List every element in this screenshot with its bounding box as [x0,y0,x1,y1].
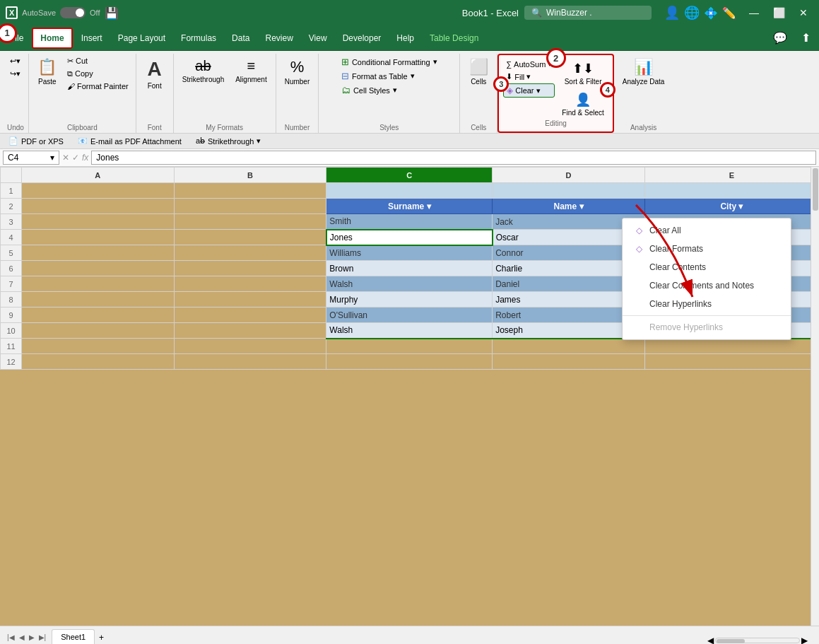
cell-a2[interactable] [22,199,175,214]
cell-a5[interactable] [22,245,175,261]
cell-c7[interactable]: Walsh [326,276,493,292]
cell-a4[interactable] [22,230,175,245]
sheet-tab-1[interactable]: Sheet1 [52,629,95,644]
cell-a1[interactable] [22,183,175,199]
cell-a11[interactable] [22,339,175,354]
cell-e1[interactable] [644,183,818,199]
menu-review[interactable]: Review [258,29,300,47]
tab-next-btn[interactable]: ▶ [28,632,36,643]
cell-c8[interactable]: Murphy [326,292,493,308]
tab-prev-btn[interactable]: ◀ [18,632,26,643]
cell-c5[interactable]: Williams [326,245,493,261]
cell-a12[interactable] [22,354,175,370]
undo-button[interactable]: ↩▾ [7,55,23,67]
vertical-scrollbar[interactable] [811,167,819,626]
paste-button[interactable]: 📋 Paste [33,55,61,88]
cell-c3[interactable]: Smith [326,214,493,230]
cell-c10[interactable]: Walsh [326,323,493,339]
qa-pdf[interactable]: 📄 PDF or XPS [6,135,66,147]
format-painter-button[interactable]: 🖌 Format Painter [64,81,131,92]
number-button[interactable]: % Number [281,55,314,88]
cell-d11[interactable] [493,339,645,354]
cell-c1[interactable] [326,183,493,199]
hscrollbar[interactable]: ◀ ▶ [707,636,808,644]
clear-button[interactable]: ◈ Clear ▾ [503,83,555,98]
cell-c12[interactable] [326,354,493,370]
analyze-data-button[interactable]: 📊 Analyze Data [618,55,668,88]
hscroll-right[interactable]: ▶ [801,636,808,644]
cell-b5[interactable] [174,245,326,261]
window-controls[interactable]: — ⬜ ✕ [743,6,813,20]
menu-help[interactable]: Help [389,29,421,47]
menu-formulas[interactable]: Formulas [174,29,223,47]
col-header-a[interactable]: A [22,168,175,183]
cell-c11[interactable] [326,339,493,354]
redo-button[interactable]: ↪▾ [7,68,23,80]
cells-button[interactable]: ⬜ Cells [464,55,493,88]
alignment-button[interactable]: ≡ Alignment [231,55,271,86]
confirm-icon[interactable]: ✓ [72,153,79,163]
qa-strikethrough[interactable]: ab̶ Strikethrough ▾ [193,135,264,147]
clear-comments-item[interactable]: Clear Comments and Notes [623,276,791,295]
cell-styles-button[interactable]: 🗂 Cell Styles ▾ [337,83,401,97]
format-as-table-button[interactable]: ⊟ Format as Table ▾ [337,69,419,83]
menu-table-design[interactable]: Table Design [423,29,485,47]
cell-a8[interactable] [22,292,175,308]
cell-a7[interactable] [22,276,175,292]
cut-button[interactable]: ✂ Cut [64,55,131,67]
qa-email-pdf[interactable]: 📧 E-mail as PDF Attachment [75,135,184,147]
menu-page-layout[interactable]: Page Layout [111,29,172,47]
cell-d2[interactable]: Name ▾ [493,199,645,214]
hscroll-left[interactable]: ◀ [707,636,714,644]
search-bar[interactable]: 🔍 WinBuzzer . [524,6,652,20]
cell-b2[interactable] [174,199,326,214]
cancel-icon[interactable]: ✕ [62,153,69,163]
cell-b4[interactable] [174,230,326,245]
cell-e11[interactable] [644,339,818,354]
cell-b7[interactable] [174,276,326,292]
minimize-button[interactable]: — [743,6,765,20]
cell-b10[interactable] [174,323,326,339]
font-button[interactable]: A Font [141,55,169,93]
col-header-d[interactable]: D [493,168,645,183]
cell-b12[interactable] [174,354,326,370]
clear-formats-item[interactable]: ◇ Clear Formats [623,240,791,258]
menu-data[interactable]: Data [225,29,257,47]
hscroll-track[interactable] [715,638,800,643]
cell-c2[interactable]: Surname ▾ [326,199,493,214]
cell-b6[interactable] [174,261,326,276]
comment-icon[interactable]: 💬 [767,28,793,47]
menu-home[interactable]: Home [32,28,72,49]
cell-b3[interactable] [174,214,326,230]
share-icon[interactable]: ⬆ [796,28,816,47]
cell-a9[interactable] [22,308,175,323]
cell-b9[interactable] [174,308,326,323]
restore-button[interactable]: ⬜ [767,6,791,20]
col-header-b[interactable]: B [174,168,326,183]
cell-b11[interactable] [174,339,326,354]
conditional-formatting-button[interactable]: ⊞ Conditional Formatting ▾ [337,55,442,69]
function-icon[interactable]: fx [82,153,88,163]
cell-b8[interactable] [174,292,326,308]
save-icon[interactable]: 💾 [105,6,119,20]
formula-input[interactable]: Jones [91,151,816,165]
close-button[interactable]: ✕ [794,6,813,20]
cell-a6[interactable] [22,261,175,276]
menu-developer[interactable]: Developer [336,29,389,47]
cell-c4[interactable]: Jones [326,230,493,245]
clear-all-item[interactable]: ◇ Clear All [623,221,791,240]
cell-c9[interactable]: O'Sullivan [326,308,493,323]
cell-a10[interactable] [22,323,175,339]
col-header-c[interactable]: C [326,168,493,183]
clear-contents-item[interactable]: Clear Contents [623,258,791,276]
cell-b1[interactable] [174,183,326,199]
scrollbar-thumb[interactable] [813,168,818,211]
menu-insert[interactable]: Insert [74,29,110,47]
tab-first-btn[interactable]: |◀ [6,632,16,643]
cell-c6[interactable]: Brown [326,261,493,276]
name-box[interactable]: C4 ▾ [3,151,59,165]
cell-d1[interactable] [493,183,645,199]
tab-last-btn[interactable]: ▶| [37,632,48,643]
autosave-toggle[interactable] [60,7,86,18]
cell-e12[interactable] [644,354,818,370]
